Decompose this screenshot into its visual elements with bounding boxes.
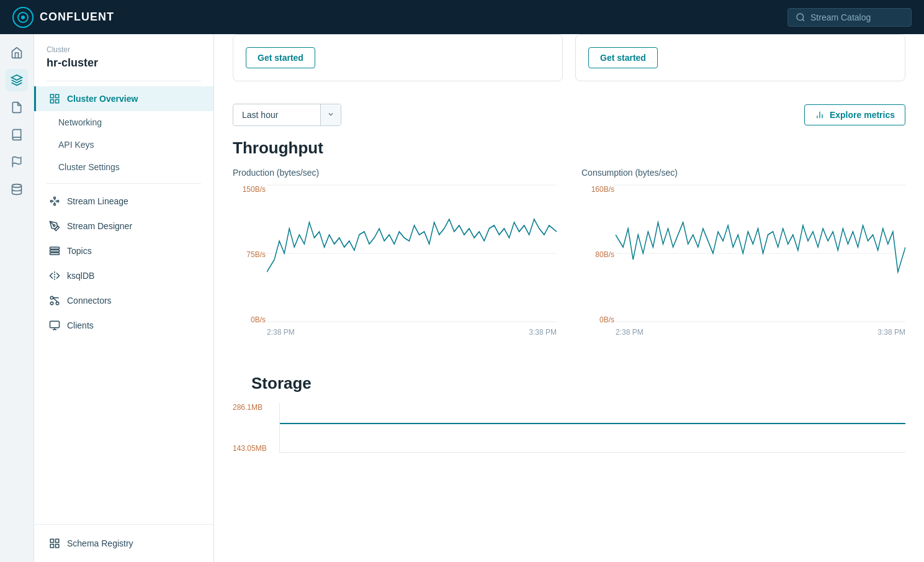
throughput-title: Throughput — [214, 132, 924, 168]
home-icon[interactable] — [6, 42, 28, 64]
svg-point-0 — [797, 14, 804, 20]
icon-rail — [0, 34, 34, 562]
logo-icon — [12, 7, 34, 28]
y-label-top: 150B/s — [235, 185, 266, 194]
y-label-bot: 0B/s — [583, 315, 614, 324]
logo[interactable]: CONFLUENT — [12, 7, 114, 28]
cluster-name: hr-cluster — [47, 57, 201, 70]
production-chart-svg — [267, 185, 557, 322]
bar-chart-icon — [815, 110, 825, 120]
flag-icon[interactable] — [6, 151, 28, 173]
sidebar-item-label: Cluster Settings — [58, 162, 120, 172]
storage-chart-inner — [279, 403, 905, 453]
explore-metrics-button[interactable]: Explore metrics — [804, 104, 905, 125]
svg-point-4 — [12, 184, 22, 188]
svg-point-11 — [57, 201, 59, 202]
svg-point-26 — [50, 302, 53, 305]
sidebar-item-label: Cluster Overview — [67, 94, 138, 104]
explore-metrics-label: Explore metrics — [830, 110, 895, 120]
production-chart-wrapper: 150B/s 75B/s 0B/s — [267, 185, 557, 337]
sidebar-item-stream-designer[interactable]: Stream Designer — [34, 214, 213, 238]
svg-rect-34 — [50, 545, 53, 548]
consumption-chart-wrapper: 160B/s 80B/s 0B/s — [616, 185, 905, 337]
svg-rect-5 — [50, 94, 53, 97]
svg-rect-6 — [56, 94, 59, 97]
svg-point-12 — [54, 204, 56, 206]
production-x-labels: 2:38 PM 3:38 PM — [267, 328, 557, 337]
sidebar-item-schema-registry[interactable]: Schema Registry — [34, 531, 213, 556]
metrics-toolbar: Last hour Explore metrics — [214, 94, 924, 132]
card-2: Get started — [575, 34, 905, 81]
consumption-x-labels: 2:38 PM 3:38 PM — [616, 328, 905, 337]
connectors-icon — [48, 294, 61, 307]
svg-rect-18 — [50, 247, 60, 249]
x-label-end: 3:38 PM — [877, 328, 905, 337]
sidebar: Cluster hr-cluster Cluster Overview Netw… — [34, 34, 214, 562]
production-chart-container: Production (bytes/sec) 150B/s 75B/s 0B/s — [233, 168, 569, 355]
sidebar-item-cluster-settings[interactable]: Cluster Settings — [34, 156, 213, 178]
storage-title: Storage — [233, 368, 905, 403]
sidebar-divider-mid — [47, 183, 201, 184]
designer-icon — [48, 220, 61, 232]
ksql-icon — [48, 270, 61, 282]
svg-point-17 — [53, 225, 55, 227]
time-filter[interactable]: Last hour — [233, 104, 341, 126]
svg-point-9 — [50, 201, 52, 202]
grid-icon — [48, 93, 61, 105]
get-started-button-1[interactable]: Get started — [246, 47, 315, 68]
clients-icon — [48, 319, 61, 332]
svg-point-10 — [54, 197, 56, 199]
consumption-chart-container: Consumption (bytes/sec) 160B/s 80B/s 0B/… — [569, 168, 905, 355]
sidebar-bottom: Schema Registry — [34, 524, 213, 562]
production-label: Production (bytes/sec) — [233, 168, 557, 178]
production-y-labels: 150B/s 75B/s 0B/s — [235, 185, 266, 324]
sidebar-item-networking[interactable]: Networking — [34, 111, 213, 134]
x-label-end: 3:38 PM — [529, 328, 557, 337]
charts-grid: Production (bytes/sec) 150B/s 75B/s 0B/s — [214, 168, 924, 355]
cluster-info: Cluster hr-cluster — [34, 34, 213, 76]
svg-rect-32 — [50, 539, 53, 542]
global-search[interactable]: Stream Catalog — [787, 8, 912, 27]
throughput-section: Throughput Production (bytes/sec) 150B/s… — [214, 132, 924, 355]
consumption-chart-svg — [616, 185, 905, 322]
sidebar-item-connectors[interactable]: Connectors — [34, 288, 213, 313]
sidebar-item-label: Schema Registry — [67, 538, 133, 548]
sidebar-item-stream-lineage[interactable]: Stream Lineage — [34, 189, 213, 214]
database-icon[interactable] — [6, 178, 28, 201]
sidebar-item-clients[interactable]: Clients — [34, 313, 213, 338]
logo-inner-icon — [17, 12, 29, 23]
main-content: Get started Get started Last hour Ex — [214, 34, 924, 562]
y-label-mid: 75B/s — [235, 250, 266, 259]
svg-rect-29 — [50, 321, 60, 328]
svg-marker-2 — [12, 75, 22, 80]
storage-y-label-top: 286.1MB — [233, 403, 262, 412]
sidebar-item-api-keys[interactable]: API Keys — [34, 134, 213, 156]
y-label-top: 160B/s — [583, 185, 614, 194]
book-icon[interactable] — [6, 124, 28, 146]
topics-icon — [48, 245, 61, 257]
schema-icon — [48, 537, 61, 550]
sidebar-item-topics[interactable]: Topics — [34, 238, 213, 263]
x-label-start: 2:38 PM — [267, 328, 295, 337]
svg-rect-35 — [56, 545, 59, 548]
svg-point-24 — [50, 296, 53, 299]
file-icon[interactable] — [6, 96, 28, 119]
layers-icon[interactable] — [6, 69, 28, 91]
svg-rect-20 — [50, 253, 60, 255]
storage-chart-area: 286.1MB 143.05MB — [279, 403, 905, 453]
get-started-button-2[interactable]: Get started — [588, 47, 658, 68]
cluster-label: Cluster — [47, 45, 201, 54]
sidebar-item-label: Stream Lineage — [67, 196, 128, 206]
cards-section: Get started Get started — [214, 34, 924, 94]
time-filter-arrow[interactable] — [320, 104, 341, 125]
sidebar-item-label: Clients — [67, 320, 94, 330]
svg-line-28 — [53, 298, 58, 302]
sidebar-item-ksqldb[interactable]: ksqlDB — [34, 263, 213, 288]
svg-rect-7 — [50, 100, 53, 103]
lineage-icon — [48, 195, 61, 207]
sidebar-item-label: Stream Designer — [67, 221, 132, 231]
time-filter-value[interactable]: Last hour — [233, 105, 320, 125]
brand-name: CONFLUENT — [40, 11, 114, 24]
sidebar-item-cluster-overview[interactable]: Cluster Overview — [34, 86, 213, 111]
storage-y-label-mid: 143.05MB — [233, 444, 267, 453]
